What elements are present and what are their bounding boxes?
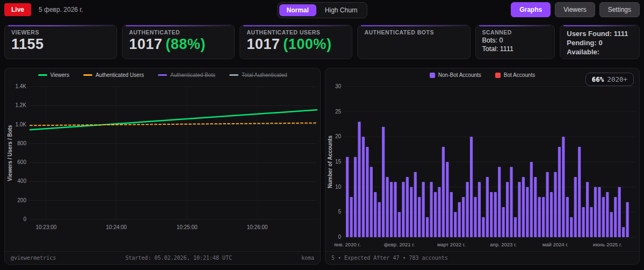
legend-line-swatch (38, 74, 47, 76)
svg-text:200: 200 (17, 197, 26, 203)
card-scanned-label: SCANNED (482, 29, 548, 35)
nav-viewers-button[interactable]: Viewers (555, 2, 595, 17)
legend-item-bot-accounts[interactable]: Bot Accounts (495, 72, 535, 78)
legend-square-swatch (495, 73, 501, 78)
mode-normal-button[interactable]: Normal (279, 4, 316, 16)
legend-label: Authenticated Users (96, 72, 144, 78)
footer-handle: @viewermetrics (11, 255, 56, 261)
nav-group: Graphs Viewers Settings (511, 2, 640, 17)
accounts-bar-chart-panel: Non-Bot AccountsBot Accounts 66%2020+ 05… (325, 68, 640, 265)
line-chart-footer: @viewermetrics Started: 05.02.2026, 10:2… (5, 251, 320, 264)
card-authenticated-percent: (88%) (165, 36, 206, 52)
viewers-line-chart-panel: ViewersAuthenticated UsersAuthenticated … (4, 68, 321, 265)
card-authenticated-bots-label: AUTHENTICATED BOTS (364, 29, 463, 35)
legend-square-swatch (430, 73, 435, 78)
svg-text:600: 600 (17, 159, 26, 165)
svg-text:400: 400 (17, 178, 26, 184)
bar-chart-footer: 5 • Expected After 47 • 783 accounts (325, 251, 639, 264)
svg-text:1.2K: 1.2K (15, 102, 26, 108)
legend-item-non-bot-accounts[interactable]: Non-Bot Accounts (430, 72, 481, 78)
card-users-pool: Users Found: 1111 Pending: 0 Available: … (560, 25, 640, 59)
card-scanned-bots: Bots: 0 (482, 36, 548, 45)
viewers-line-chart: 02004006008001.0K1.2K1.4K10:23:0010:24:0… (5, 80, 320, 250)
legend-item-authenticated-users[interactable]: Authenticated Users (83, 72, 144, 78)
legend-line-swatch (229, 74, 238, 76)
badge-suffix: 2020+ (607, 75, 627, 83)
svg-text:10: 10 (335, 184, 342, 190)
card-authenticated: AUTHENTICATED 1017(88%) (122, 25, 235, 59)
legend-label: Total Authenticated (242, 72, 287, 78)
accounts-bar-chart: 051015202530Number of Accountsянв. 2020 … (325, 80, 639, 250)
mode-toggle: Normal High Churn (277, 2, 367, 18)
card-scanned-total: Total: 1111 (482, 45, 548, 53)
charts-area: ViewersAuthenticated UsersAuthenticated … (4, 68, 640, 265)
badge-percent: 66% (592, 75, 604, 83)
legend-label: Bot Accounts (504, 72, 535, 78)
stats-row: VIEWERS 1155 AUTHENTICATED 1017(88%) AUT… (4, 25, 640, 59)
svg-text:Number of Accounts: Number of Accounts (327, 136, 333, 188)
live-badge: Live (4, 3, 31, 16)
svg-text:янв. 2020 г.: янв. 2020 г. (334, 241, 360, 247)
card-viewers-label: VIEWERS (11, 29, 110, 35)
svg-text:0: 0 (23, 216, 26, 222)
stream-date: 5 февр. 2026 г. (39, 6, 83, 13)
card-scanned: SCANNED Bots: 0 Total: 1111 (475, 25, 555, 59)
users-available: Available: 4409/5000 (567, 47, 633, 59)
svg-text:10:24:00: 10:24:00 (106, 224, 127, 230)
svg-text:10:26:00: 10:26:00 (247, 224, 267, 230)
card-authenticated-users-value: 1017 (247, 36, 280, 52)
svg-text:0: 0 (338, 234, 341, 240)
mode-high-churn-button[interactable]: High Churn (317, 4, 365, 16)
legend-item-total-authenticated[interactable]: Total Authenticated (229, 72, 287, 78)
legend-line-swatch (83, 74, 92, 76)
users-pending: Pending: 0 (567, 38, 633, 47)
svg-text:5: 5 (338, 209, 341, 215)
svg-text:800: 800 (17, 140, 26, 146)
footer-koma: koma (301, 255, 314, 261)
nav-graphs-button[interactable]: Graphs (511, 2, 551, 17)
legend-line-swatch (158, 74, 167, 76)
accounts-age-badge: 66%2020+ (585, 73, 634, 86)
svg-text:25: 25 (335, 109, 342, 115)
svg-text:февр. 2021 г.: февр. 2021 г. (384, 241, 415, 247)
legend-item-authenticated-bots[interactable]: Authenticated Bots (158, 72, 215, 78)
svg-text:20: 20 (335, 133, 342, 139)
legend-item-viewers[interactable]: Viewers (38, 72, 69, 78)
svg-text:15: 15 (335, 159, 342, 165)
card-authenticated-users: AUTHENTICATED USERS 1017(100%) (240, 25, 352, 59)
svg-text:март 2022 г.: март 2022 г. (437, 241, 466, 247)
legend-label: Authenticated Bots (170, 72, 215, 78)
top-bar: Live 5 февр. 2026 г. Normal High Churn G… (0, 0, 644, 19)
svg-text:10:25:00: 10:25:00 (177, 224, 198, 230)
card-authenticated-users-label: AUTHENTICATED USERS (247, 29, 345, 35)
footer-expected: 5 • Expected After 47 • 783 accounts (331, 255, 448, 261)
svg-text:10:23:00: 10:23:00 (35, 224, 56, 230)
card-authenticated-bots: AUTHENTICATED BOTS (357, 25, 470, 59)
svg-text:апр. 2023 г.: апр. 2023 г. (490, 241, 517, 247)
card-viewers: VIEWERS 1155 (4, 25, 117, 59)
svg-text:1.0K: 1.0K (15, 122, 26, 127)
svg-text:май 2024 г.: май 2024 г. (542, 241, 568, 247)
card-authenticated-value: 1017 (129, 36, 162, 52)
legend-label: Non-Bot Accounts (438, 72, 481, 78)
svg-text:30: 30 (335, 83, 342, 89)
svg-text:июнь 2025 г.: июнь 2025 г. (593, 241, 622, 247)
nav-settings-button[interactable]: Settings (599, 2, 640, 17)
line-chart-legend: ViewersAuthenticated UsersAuthenticated … (5, 72, 320, 78)
svg-text:1.4K: 1.4K (15, 83, 26, 89)
svg-text:Viewers / Users / Bots: Viewers / Users / Bots (7, 125, 13, 181)
card-viewers-value: 1155 (11, 36, 44, 52)
users-found: Users Found: 1111 (567, 29, 633, 38)
legend-label: Viewers (50, 72, 69, 78)
card-authenticated-users-percent: (100%) (283, 36, 331, 52)
footer-started: Started: 05.02.2026, 10:21:48 UTC (125, 255, 232, 261)
card-authenticated-label: AUTHENTICATED (129, 29, 228, 35)
